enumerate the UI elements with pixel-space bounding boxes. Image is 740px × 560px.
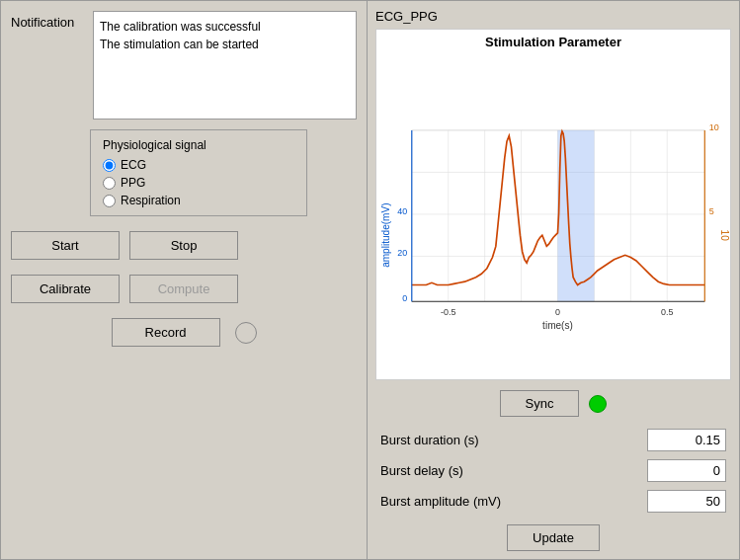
svg-text:0: 0	[402, 293, 407, 303]
svg-text:-0.5: -0.5	[441, 307, 455, 317]
start-button[interactable]: Start	[11, 231, 120, 260]
svg-text:amplitude(mV): amplitude(mV)	[380, 203, 391, 268]
svg-text:10: 10	[709, 122, 719, 132]
chart-svg: amplitude(mV) 10 -	[376, 49, 730, 399]
radio-group: ECG PPG Respiration	[103, 158, 294, 207]
notification-label: Notification	[11, 15, 85, 30]
burst-delay-input[interactable]	[647, 459, 726, 482]
radio-ecg-input[interactable]	[103, 159, 116, 172]
left-panel: Notification The calibration was success…	[1, 1, 367, 559]
svg-rect-24	[557, 130, 594, 301]
burst-amplitude-row: Burst amplitude (mV)	[375, 490, 731, 513]
notification-text: The calibration was successful The stimu…	[100, 20, 261, 51]
calibrate-compute-row: Calibrate Compute	[11, 275, 357, 303]
radio-respiration[interactable]: Respiration	[103, 194, 294, 207]
right-panel-title: ECG_PPG	[375, 9, 731, 24]
radio-ppg-input[interactable]	[103, 177, 116, 190]
notification-section: Notification The calibration was success…	[11, 11, 357, 120]
calibrate-button[interactable]: Calibrate	[11, 275, 120, 303]
update-row: Update	[375, 524, 731, 551]
burst-amplitude-input[interactable]	[647, 490, 726, 513]
radio-respiration-input[interactable]	[103, 195, 116, 207]
radio-ppg[interactable]: PPG	[103, 176, 294, 190]
svg-text:10: 10	[719, 230, 730, 242]
svg-text:40: 40	[397, 206, 407, 216]
radio-ecg-label: ECG	[121, 158, 146, 172]
physiological-section: Physiological signal ECG PPG Respiration	[90, 129, 307, 216]
stop-button[interactable]: Stop	[129, 231, 238, 260]
radio-ppg-label: PPG	[121, 176, 145, 190]
svg-text:5: 5	[709, 206, 714, 216]
right-panel: ECG_PPG Stimulation Parameter amplitude(…	[367, 1, 739, 559]
record-indicator	[235, 322, 257, 344]
burst-delay-label: Burst delay (s)	[380, 463, 463, 478]
radio-ecg[interactable]: ECG	[103, 158, 294, 172]
compute-button[interactable]: Compute	[129, 275, 238, 303]
controls-section: Sync Burst duration (s) Burst delay (s) …	[375, 390, 731, 551]
svg-text:time(s): time(s)	[542, 320, 573, 331]
chart-title: Stimulation Parameter	[376, 35, 730, 49]
svg-text:0.5: 0.5	[661, 307, 673, 317]
main-container: Notification The calibration was success…	[0, 0, 740, 560]
burst-duration-input[interactable]	[647, 429, 726, 451]
radio-respiration-label: Respiration	[121, 194, 181, 207]
svg-text:0: 0	[555, 307, 560, 317]
burst-duration-label: Burst duration (s)	[380, 433, 479, 447]
chart-area: Stimulation Parameter amplitude(mV) 10	[375, 29, 731, 380]
record-button[interactable]: Record	[112, 318, 220, 347]
burst-duration-row: Burst duration (s)	[375, 429, 731, 451]
record-row: Record	[11, 318, 357, 347]
svg-text:20: 20	[397, 248, 407, 258]
burst-delay-row: Burst delay (s)	[375, 459, 731, 482]
physiological-title: Physiological signal	[103, 138, 294, 152]
burst-amplitude-label: Burst amplitude (mV)	[380, 494, 501, 509]
start-stop-row: Start Stop	[11, 231, 357, 260]
notification-box: The calibration was successful The stimu…	[93, 11, 357, 120]
update-button[interactable]: Update	[507, 524, 600, 551]
